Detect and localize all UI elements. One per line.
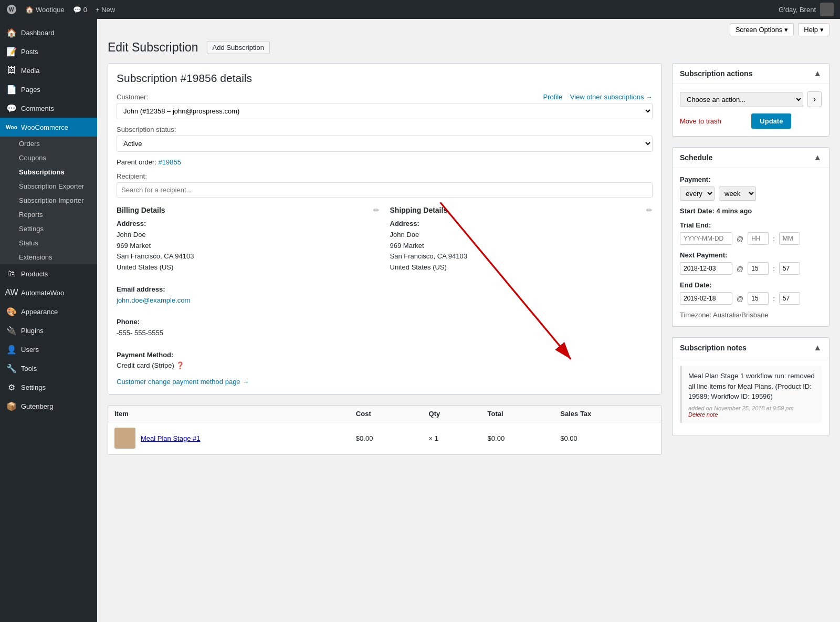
comments-link[interactable]: 💬 0	[73, 6, 87, 14]
sidebar-item-gutenberg[interactable]: 📦 Gutenberg	[0, 397, 97, 416]
media-icon: 🖼	[6, 65, 17, 76]
sidebar-item-plugins[interactable]: 🔌 Plugins	[0, 321, 97, 340]
woo-icon: Woo	[6, 122, 17, 132]
update-button[interactable]: Update	[751, 113, 791, 129]
shipping-address-line2: 969 Market	[390, 241, 653, 252]
sidebar-label-plugins: Plugins	[21, 327, 44, 335]
subscription-notes-toggle[interactable]: ▲	[813, 343, 822, 353]
next-payment-hour-input[interactable]	[748, 262, 769, 275]
status-label: Subscription status:	[117, 126, 653, 133]
shipping-details-col: Shipping Details ✏ Address: John Doe 969…	[390, 206, 653, 386]
automatewoo-icon: AW	[6, 287, 17, 298]
sidebar-label-woocommerce: WooCommerce	[21, 123, 68, 131]
trial-end-label: Trial End:	[680, 221, 822, 229]
schedule-toggle[interactable]: ▲	[813, 153, 822, 162]
subscription-actions-toggle[interactable]: ▲	[813, 69, 822, 78]
submenu-item-status[interactable]: Status	[0, 236, 97, 250]
sidebar-item-dashboard[interactable]: 🏠 Dashboard	[0, 23, 97, 42]
action-go-button[interactable]: ›	[807, 91, 822, 107]
view-other-subscriptions-link[interactable]: View other subscriptions →	[570, 93, 653, 101]
sidebar-item-products[interactable]: 🛍 Products	[0, 264, 97, 283]
parent-order-label: Parent order:	[117, 158, 156, 166]
shipping-address-line1: John Doe	[390, 230, 653, 241]
action-select[interactable]: Choose an action... Suspend Cancel React…	[680, 92, 803, 107]
billing-edit-icon[interactable]: ✏	[373, 206, 380, 214]
users-icon: 👤	[6, 344, 17, 355]
schedule-title: Schedule	[680, 153, 712, 162]
parent-order-row: Parent order: #19855	[117, 158, 653, 166]
submenu-item-sub-exporter[interactable]: Subscription Exporter	[0, 179, 97, 193]
sidebar-label-automatewoo: AutomateWoo	[21, 289, 64, 297]
help-label: Help	[804, 26, 818, 34]
subscription-actions-box: Subscription actions ▲ Choose an action.…	[672, 63, 830, 137]
submenu-label-sub-importer: Subscription Importer	[19, 196, 84, 204]
user-avatar[interactable]	[820, 3, 834, 16]
recipient-search-input[interactable]	[117, 182, 653, 198]
payment-help-icon[interactable]: ❓	[176, 361, 184, 369]
billing-details-title: Billing Details	[117, 206, 165, 214]
note-added-text: added on November 25, 2018 at 9:59 pm	[688, 405, 794, 411]
customer-label: Customer: Profile View other subscriptio…	[117, 93, 653, 101]
trial-end-hour-input[interactable]	[748, 232, 769, 245]
end-date-date-input[interactable]	[680, 292, 732, 305]
sidebar-item-woocommerce[interactable]: Woo WooCommerce	[0, 118, 97, 137]
sidebar-item-media[interactable]: 🖼 Media	[0, 61, 97, 80]
sidebar-item-users[interactable]: 👤 Users	[0, 340, 97, 359]
shipping-col-header: Shipping Details ✏	[390, 206, 653, 214]
shipping-address-line3: San Francisco, CA 94103	[390, 251, 653, 262]
trial-end-min-input[interactable]	[779, 232, 800, 245]
end-date-hour-input[interactable]	[748, 292, 769, 305]
submenu-item-settings[interactable]: Settings	[0, 222, 97, 236]
sidebar-item-settings[interactable]: ⚙ Settings	[0, 378, 97, 397]
subscription-actions-body: Choose an action... Suspend Cancel React…	[673, 84, 829, 136]
submenu-item-orders[interactable]: Orders	[0, 137, 97, 151]
item-cost-cell: $0.00	[350, 422, 423, 454]
delete-note-link[interactable]: Delete note	[688, 411, 718, 418]
submenu-item-sub-importer[interactable]: Subscription Importer	[0, 193, 97, 208]
subscription-notes-title: Subscription notes	[680, 344, 747, 352]
admin-sidebar: 🏠 Dashboard 📝 Posts 🖼 Media 📄 Pages 💬 Co…	[0, 19, 97, 622]
sidebar-item-appearance[interactable]: 🎨 Appearance	[0, 302, 97, 321]
sidebar-item-automatewoo[interactable]: AW AutomateWoo	[0, 283, 97, 302]
new-label: + New	[96, 6, 115, 14]
product-thumbnail	[114, 428, 135, 449]
next-payment-min-input[interactable]	[779, 262, 800, 275]
sidebar-item-posts[interactable]: 📝 Posts	[0, 42, 97, 61]
wp-logo[interactable]: W	[6, 4, 17, 15]
billing-phone-label: Phone:	[117, 317, 380, 328]
payment-period-select[interactable]: week day month year	[719, 186, 756, 201]
payment-every-select[interactable]: every	[680, 186, 715, 201]
end-date-min-input[interactable]	[779, 292, 800, 305]
subscription-actions-header: Subscription actions ▲	[673, 64, 829, 84]
add-subscription-button[interactable]: Add Subscription	[207, 41, 270, 54]
sidebar-item-pages[interactable]: 📄 Pages	[0, 80, 97, 99]
next-payment-date-input[interactable]	[680, 262, 732, 275]
submenu-item-extensions[interactable]: Extensions	[0, 250, 97, 264]
shipping-edit-icon[interactable]: ✏	[646, 206, 653, 214]
product-name-link[interactable]: Meal Plan Stage #1	[141, 434, 200, 442]
status-select[interactable]: Active	[117, 136, 653, 152]
sidebar-item-tools[interactable]: 🔧 Tools	[0, 359, 97, 378]
billing-email-link[interactable]: john.doe@example.com	[117, 296, 190, 304]
submenu-item-coupons[interactable]: Coupons	[0, 151, 97, 165]
sidebar-label-dashboard: Dashboard	[21, 29, 55, 37]
parent-order-link[interactable]: #19855	[159, 158, 181, 166]
trial-end-date-input[interactable]	[680, 232, 732, 245]
customer-select[interactable]: John (#12358 – john@prospress.com)	[117, 103, 653, 119]
sidebar-label-posts: Posts	[21, 48, 38, 56]
customer-field-row: Customer: Profile View other subscriptio…	[117, 93, 653, 119]
site-name-link[interactable]: 🏠 Wootique	[25, 6, 65, 14]
move-to-trash-link[interactable]: Move to trash	[680, 117, 721, 125]
change-payment-link[interactable]: Customer change payment method page →	[117, 378, 249, 386]
pages-icon: 📄	[6, 84, 17, 95]
new-link[interactable]: + New	[96, 6, 115, 14]
note-text: Meal Plan Stage 1 workflow run: removed …	[688, 371, 815, 402]
profile-link[interactable]: Profile	[543, 93, 562, 101]
submenu-item-subscriptions[interactable]: Subscriptions	[0, 165, 97, 179]
screen-options-label: Screen Options	[736, 26, 783, 34]
sidebar-item-comments[interactable]: 💬 Comments	[0, 99, 97, 118]
help-button[interactable]: Help ▾	[798, 23, 830, 36]
subscription-notes-box: Subscription notes ▲ Meal Plan Stage 1 w…	[672, 337, 830, 436]
submenu-item-reports[interactable]: Reports	[0, 208, 97, 222]
screen-options-button[interactable]: Screen Options ▾	[730, 23, 794, 36]
